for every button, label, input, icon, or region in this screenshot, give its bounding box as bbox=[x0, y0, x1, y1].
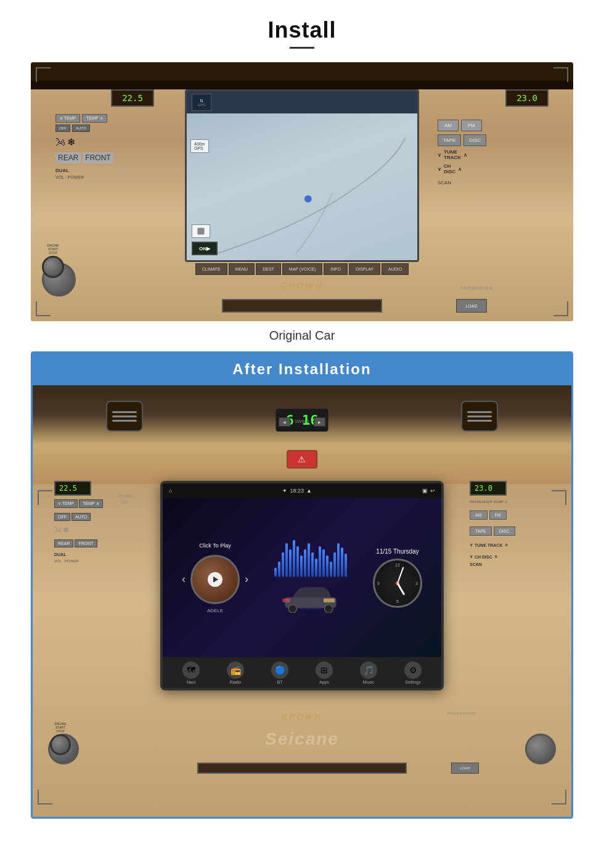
hazard-btn[interactable]: ⚠ bbox=[287, 450, 317, 469]
after-temp-down-btn[interactable]: ∨ TEMP bbox=[54, 499, 78, 508]
hazard-icon: ⚠ bbox=[298, 454, 306, 464]
nav-gps-btn bbox=[192, 224, 210, 238]
android-head-unit[interactable]: ⌂ ✦ 18:23 ▲ ▣ ↩ Click To Play ‹ bbox=[160, 481, 444, 690]
swing-btn-left[interactable]: ◀ bbox=[279, 417, 290, 427]
navi-label: Navi bbox=[187, 680, 195, 684]
after-rear-btn[interactable]: REAR bbox=[54, 539, 73, 547]
ch-up-btn[interactable]: ∧ bbox=[458, 166, 462, 172]
right-temp-display: 23.0 bbox=[505, 89, 549, 107]
settings-label: Settings bbox=[405, 680, 420, 684]
after-engine-start-btn[interactable] bbox=[50, 734, 71, 755]
waveform-bar bbox=[333, 552, 336, 577]
engine-start-btn[interactable] bbox=[42, 256, 64, 278]
waveform-bar bbox=[337, 543, 340, 577]
swing-area: ◀ SWING ▶ bbox=[279, 417, 325, 427]
after-tune-up-btn[interactable]: ∧ bbox=[505, 542, 508, 547]
after-front-btn[interactable]: FRONT bbox=[75, 539, 97, 547]
music-app-icon[interactable]: 🎵 Music bbox=[360, 661, 377, 684]
dash-top-bar bbox=[31, 81, 573, 89]
waveform-bar bbox=[311, 552, 314, 577]
android-main-content: Click To Play ‹ › ADELE bbox=[163, 498, 441, 657]
audio-btn[interactable]: AUDIO bbox=[382, 263, 409, 275]
dual-label: DUAL bbox=[55, 168, 154, 173]
after-tune-down-btn[interactable]: ∨ bbox=[470, 542, 473, 547]
bt-app-icon[interactable]: 🔵 BT bbox=[271, 661, 288, 684]
swing-btn-right[interactable]: ▶ bbox=[314, 417, 325, 427]
after-left-panel: 22.5 ∨ TEMP TEMP ∧ OFF AUTO 🌬 ❄ REAR FRO… bbox=[54, 481, 128, 563]
info-btn[interactable]: INFO bbox=[324, 263, 348, 275]
music-controls[interactable]: ‹ › bbox=[182, 555, 248, 604]
after-left-display: 22.5 bbox=[54, 481, 91, 496]
waveform-bar bbox=[345, 554, 347, 577]
after-bracket-tr bbox=[552, 490, 566, 505]
am-btn[interactable]: AM bbox=[438, 120, 459, 131]
after-fm-btn[interactable]: FM bbox=[489, 510, 507, 520]
play-button[interactable] bbox=[208, 572, 222, 587]
waveform-section bbox=[274, 540, 347, 615]
navi-app-icon[interactable]: 🗺 Navi bbox=[182, 661, 200, 684]
apps-label: Apps bbox=[319, 680, 329, 684]
radio-app-icon[interactable]: 📻 Radio bbox=[227, 661, 244, 684]
on-btn[interactable]: ON▶ bbox=[192, 242, 218, 255]
svg-rect-1 bbox=[197, 227, 204, 234]
load-btn[interactable]: LOAD bbox=[456, 299, 487, 313]
disc-btn[interactable]: DISC bbox=[463, 134, 486, 146]
display-btn[interactable]: DISPLAY bbox=[349, 263, 380, 275]
after-right-panel: 23.0 PASSENGER TEMP ∧ AM FM TAPE DISC ∨ … bbox=[470, 481, 550, 567]
after-tape-btn[interactable]: TAPE bbox=[470, 526, 492, 536]
corner-bracket-tl bbox=[36, 67, 51, 82]
off-btn[interactable]: OFF bbox=[55, 125, 70, 132]
after-bracket-br bbox=[552, 790, 566, 805]
climate-btn[interactable]: CLIMATE bbox=[195, 263, 227, 275]
after-auto-btn[interactable]: AUTO bbox=[71, 513, 91, 521]
rear-btn[interactable]: REAR bbox=[55, 152, 81, 163]
tune-down-btn[interactable]: ∨ bbox=[438, 152, 441, 158]
after-off-btn[interactable]: OFF bbox=[54, 513, 70, 521]
nav-header: N GPS bbox=[187, 91, 417, 113]
android-back-icon: ↩ bbox=[430, 488, 435, 494]
engine-start-area: ENGINESTARTSTOP bbox=[42, 244, 64, 278]
after-passenger-temp-label: PASSENGER TEMP ∧ bbox=[470, 499, 550, 504]
status-icons: ✦ 18:23 ▲ bbox=[282, 488, 311, 494]
click-to-play-label: Click To Play bbox=[199, 542, 231, 549]
after-tune-row: ∨ TUNE TRACK ∧ bbox=[470, 542, 550, 547]
fm-btn[interactable]: FM bbox=[461, 120, 482, 131]
svg-rect-6 bbox=[324, 599, 335, 603]
original-car-image: 22.5 ∨ TEMP TEMP ∧ OFF AUTO 🌬 ❄ REAR FRO… bbox=[31, 62, 573, 321]
after-load-btn[interactable]: LOAD bbox=[451, 763, 479, 774]
waveform-bar bbox=[315, 559, 317, 577]
dest-btn[interactable]: DEST bbox=[256, 263, 281, 275]
svg-point-0 bbox=[304, 195, 312, 203]
after-media-btns: TAPE DISC bbox=[470, 526, 550, 536]
menu-btn[interactable]: MENU bbox=[229, 263, 255, 275]
front-btn[interactable]: FRONT bbox=[83, 152, 113, 163]
after-right-knob[interactable] bbox=[525, 734, 556, 764]
temp-down-btn[interactable]: ∨ TEMP bbox=[55, 114, 80, 123]
tune-up-btn[interactable]: ∧ bbox=[463, 152, 467, 158]
album-art[interactable] bbox=[190, 555, 240, 604]
after-ch-up-btn[interactable]: ∧ bbox=[494, 554, 497, 559]
after-disc-btn[interactable]: DISC bbox=[494, 526, 515, 536]
settings-app-icon[interactable]: ⚙ Settings bbox=[404, 661, 422, 684]
minute-hand bbox=[397, 567, 404, 583]
after-am-btn[interactable]: AM bbox=[470, 510, 488, 520]
after-ch-down-btn[interactable]: ∨ bbox=[470, 554, 473, 559]
prev-btn[interactable]: ‹ bbox=[182, 573, 186, 586]
ch-down-btn[interactable]: ∨ bbox=[438, 166, 441, 172]
after-temp-up-btn[interactable]: TEMP ∧ bbox=[79, 499, 102, 508]
next-btn[interactable]: › bbox=[245, 573, 248, 586]
waveform-bar bbox=[341, 547, 343, 577]
auto-btn[interactable]: AUTO bbox=[72, 125, 90, 132]
after-scan-label: SCAN bbox=[470, 562, 550, 567]
right-control-panel: 23.0 AM FM TAPE DISC ∨ TUNETRACK ∧ ∨ CHD bbox=[438, 89, 549, 262]
apps-app-icon[interactable]: ⊞ Apps bbox=[316, 661, 333, 684]
after-passenger-label: PASSENGER bbox=[447, 711, 476, 715]
crown-label: CROWN bbox=[280, 280, 323, 290]
radio-icon: 📻 bbox=[227, 661, 244, 679]
temp-up-btn[interactable]: TEMP ∧ bbox=[82, 114, 107, 123]
apps-icon: ⊞ bbox=[316, 661, 333, 679]
after-engine-btn: ENGINESTARTSTOP bbox=[50, 722, 71, 755]
tape-btn[interactable]: TAPE bbox=[438, 134, 461, 146]
bt-icon: 🔵 bbox=[271, 661, 288, 679]
map-voice-btn[interactable]: MAP (VOICE) bbox=[282, 263, 322, 275]
